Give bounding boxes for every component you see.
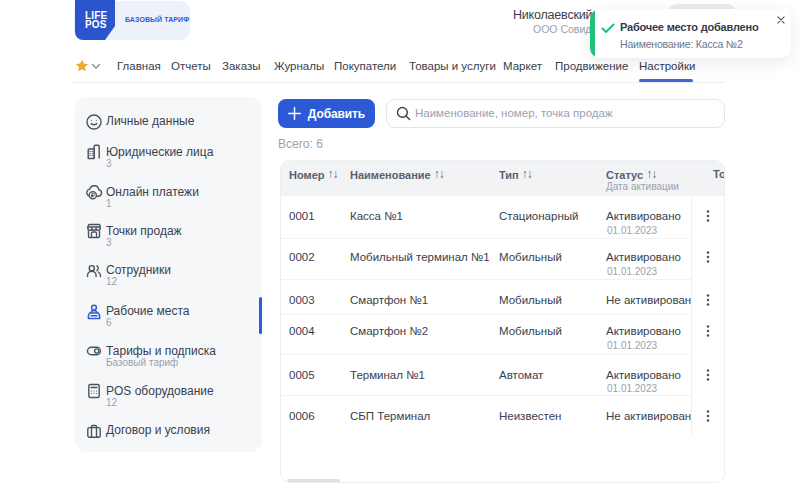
svg-text:POS: POS — [85, 19, 107, 30]
